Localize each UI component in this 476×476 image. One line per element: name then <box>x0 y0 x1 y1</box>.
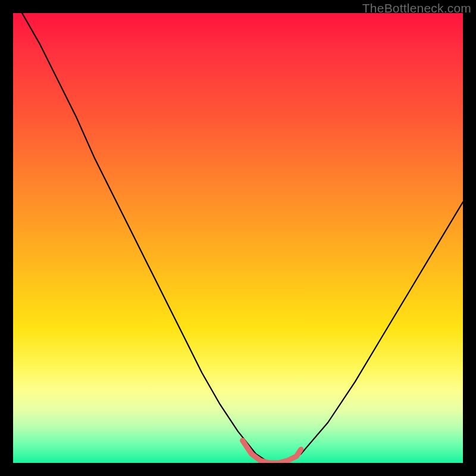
series-flat-bottom-highlight <box>243 440 301 463</box>
plot-area <box>13 13 463 463</box>
chart-frame: TheBottleneck.com <box>0 0 476 476</box>
curve-layer <box>13 13 463 463</box>
series-bottleneck-curve <box>22 13 463 463</box>
watermark-text: TheBottleneck.com <box>362 1 471 15</box>
